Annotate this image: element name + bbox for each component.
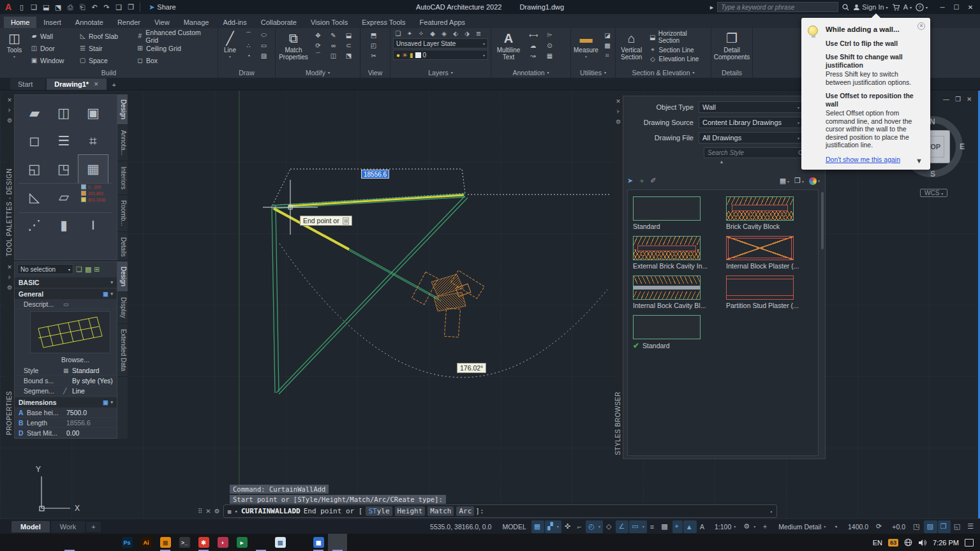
draw-tool-icon[interactable]: ∴	[242, 40, 257, 50]
status-toggle[interactable]: ▞	[545, 520, 561, 533]
close-icon[interactable]: ✕	[7, 97, 12, 103]
wcs-dropdown[interactable]: WCS ▾	[920, 189, 947, 197]
status-toggle[interactable]: ⌖	[672, 520, 683, 533]
style-search-box[interactable]	[704, 147, 808, 158]
layer-tool-icon[interactable]: ≣	[473, 30, 484, 37]
draw-tool-icon[interactable]: ▨	[257, 50, 272, 61]
build-tool-button[interactable]: ▰Wall	[29, 30, 77, 42]
palette-tab[interactable]: Roomb...	[117, 195, 128, 232]
layer-tool-icon[interactable]: ⬖	[450, 30, 461, 37]
annotation-tool-icon[interactable]: ↝	[526, 50, 542, 61]
dimension-row[interactable]: DStart Mit...0.00	[15, 428, 117, 438]
status-toggle[interactable]: 1400.0	[842, 520, 873, 533]
viewcube-south[interactable]: S	[930, 170, 935, 179]
undo-icon[interactable]: ↶	[89, 2, 100, 13]
action-center-icon[interactable]	[965, 539, 974, 547]
styles-filter-dropdown[interactable]: Content Library Drawings▾	[699, 117, 803, 128]
maximize-button[interactable]: ☐	[949, 4, 963, 11]
section-tool-button[interactable]: ⌖Section Line	[648, 46, 708, 54]
dimensions-section-header[interactable]: Dimensions▣▾	[15, 397, 117, 408]
space-tool[interactable]: ⋰	[20, 211, 49, 239]
modify-tool-icon[interactable]: ✎	[327, 30, 342, 40]
utility-tool-icon[interactable]: ▩	[601, 40, 614, 50]
status-toggle[interactable]: ⟳	[873, 520, 886, 533]
close-icon[interactable]: ✕	[7, 264, 12, 270]
pink-app-icon[interactable]: ◗	[213, 534, 232, 551]
file-explorer-icon[interactable]	[60, 534, 79, 551]
select-objects-icon[interactable]: ▩	[85, 265, 91, 274]
build-tool-button[interactable]: ⊞Ceiling Grid	[135, 42, 215, 54]
layer-tool-icon[interactable]: ◆	[427, 30, 438, 37]
status-toggle[interactable]: ☰	[965, 520, 977, 533]
door-tool[interactable]: ◫	[49, 99, 78, 127]
ribbon-tab[interactable]: Render	[110, 17, 147, 28]
illustrator-icon[interactable]: Ai	[137, 534, 156, 551]
share-button[interactable]: ➤ Share	[149, 3, 176, 11]
build-tool-button[interactable]: ◫Door	[29, 42, 77, 54]
command-customize-icon[interactable]: ⚙	[214, 508, 220, 515]
command-option-button[interactable]: Height	[395, 506, 426, 516]
help-search-input[interactable]	[717, 2, 838, 12]
status-toggle[interactable]: Medium Detail	[773, 520, 830, 533]
dynamic-input-length[interactable]: 18556.6	[361, 170, 389, 179]
plot-icon[interactable]: ⎙	[65, 2, 76, 13]
dimension-row[interactable]: BLength18556.6	[15, 418, 117, 428]
open-file-icon[interactable]: ❏	[29, 2, 40, 13]
wall-style-card[interactable]: Internal Bock Cavity Bl...	[633, 276, 720, 309]
status-toggle[interactable]: ▭	[629, 520, 646, 533]
autohide-icon[interactable]: ⊦	[8, 274, 11, 281]
layer-tool-icon[interactable]: ⬗	[462, 30, 472, 37]
browse-link[interactable]: Browse...	[15, 355, 117, 365]
dimension-row[interactable]: ABase hei...7500.0	[15, 408, 117, 418]
command-scroll-icon[interactable]: ▴	[770, 509, 773, 514]
status-toggle[interactable]: A	[697, 520, 708, 533]
command-drag-handle[interactable]: ⠿	[198, 508, 202, 515]
help-icon[interactable]: ? ▾	[916, 3, 928, 11]
detail-components-button[interactable]: ❐ Detail Components	[714, 30, 750, 61]
status-toggle[interactable]: 5535.0, 38166.0, 0.0	[424, 520, 496, 533]
notepad-icon[interactable]: ▤	[271, 534, 290, 551]
layer-tool-icon[interactable]: ◈	[439, 30, 449, 37]
roof-slab-tool[interactable]: ◺	[20, 183, 49, 211]
palette-tab[interactable]: Interiors	[117, 161, 128, 195]
section-tool-button[interactable]: ⬓Horizontal Section	[648, 30, 708, 44]
tool-palettes-titlebar[interactable]: ✕ ⊦ ⚙ TOOL PALETTES - DESIGN	[5, 94, 14, 260]
draw-tool-icon[interactable]: ◔	[242, 50, 257, 61]
status-toggle[interactable]: ▲	[683, 520, 697, 533]
display-style-icon[interactable]: ▾	[809, 176, 820, 184]
style-search-input[interactable]	[708, 149, 798, 156]
autodesk-account-icon[interactable]: A ▾	[903, 3, 912, 11]
status-toggle[interactable]: ＋	[759, 520, 772, 533]
curtain-wall-unit-tool[interactable]: ◱	[20, 155, 49, 183]
layer-tool-icon[interactable]: ❏	[393, 30, 403, 37]
toggle-pickadd-icon[interactable]: ⊞	[94, 265, 100, 274]
status-toggle[interactable]: ▩	[658, 520, 671, 533]
save-to-web-icon[interactable]: ❒	[126, 2, 137, 13]
properties-gear-icon[interactable]: ⚙	[7, 117, 12, 124]
add-style-icon[interactable]: ＋	[638, 176, 645, 186]
terminal-icon[interactable]: >_	[175, 534, 194, 551]
search-button[interactable]	[22, 534, 41, 551]
close-icon[interactable]: ✕	[616, 98, 621, 105]
property-row[interactable]: Style▦Standard	[15, 365, 117, 376]
door-window-assembly-tool[interactable]: ◳	[49, 155, 78, 183]
multiline-text-button[interactable]: A Multiline Text	[494, 30, 523, 61]
layer-tool-icon[interactable]: ✦	[405, 30, 415, 37]
wall-style-card[interactable]: Partition Stud Plaster (...	[726, 276, 813, 309]
ribbon-tab[interactable]: Vision Tools	[304, 17, 355, 28]
ribbon-tab[interactable]: Express Tools	[355, 17, 412, 28]
utility-tool-icon[interactable]: ⌗	[601, 50, 614, 61]
opening-tool[interactable]: ◻	[20, 127, 49, 155]
property-row[interactable]: Bound s...By style (Yes)	[15, 376, 117, 386]
new-file-icon[interactable]: ▯	[17, 2, 27, 13]
annotation-tool-icon[interactable]: ⟷	[526, 30, 542, 40]
drawing-restore-button[interactable]: ❐	[955, 96, 961, 103]
close-button[interactable]: ✕	[963, 4, 977, 11]
wall-style-card[interactable]: Brick Cavity Block	[726, 196, 813, 230]
modify-tool-icon[interactable]: ∞	[327, 40, 342, 50]
styles-scrollbar[interactable]	[821, 192, 824, 249]
build-tool-button[interactable]: ☰Stair	[77, 42, 135, 54]
colored-circle-app-icon[interactable]	[251, 534, 271, 551]
status-toggle[interactable]: MODEL	[496, 520, 530, 533]
palette-tab[interactable]: Details	[117, 232, 128, 263]
